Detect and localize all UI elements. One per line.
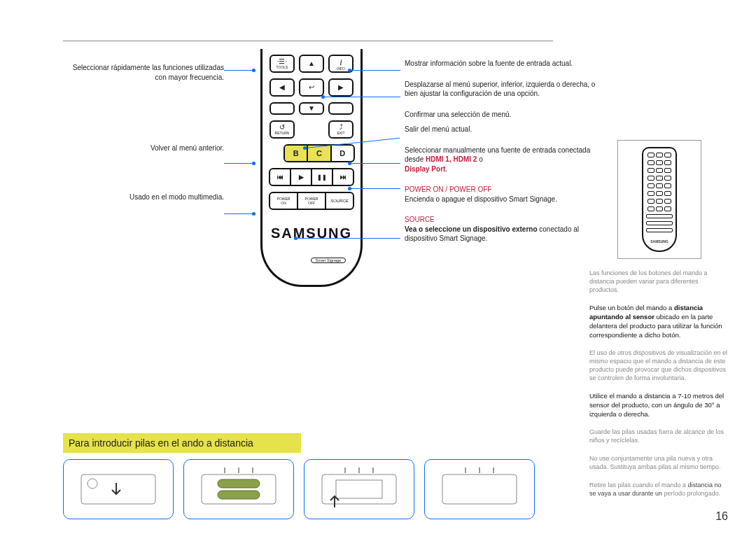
battery-section-title: Para introducir pilas en el ando a dista… [63,433,301,453]
power-on-button: POWER ON [270,193,298,209]
leader-line [350,188,400,189]
return-icon: ↺ [279,124,285,131]
remote-illustration: ·☰·TOOLS ▲ iINFO ◀ ↩ ▶ ▼ ↺RETURN ⤴EXIT B [237,49,384,308]
play-icon: ▶ [299,174,304,181]
enter-icon: ↩ [309,84,314,91]
sidebar-para1: Pulse un botón del mando a distancia apu… [589,304,729,339]
callout-nav: Desplazarse al menú superior, inferior, … [405,80,601,99]
section-rule [63,41,553,41]
mini-samsung-logo: SAMSUNG [650,239,668,244]
samsung-logo: SAMSUNG [262,225,360,241]
sidebar-note1: Las funciones de los botones del mando a… [589,269,729,294]
battery-step4-illustration [427,462,532,517]
sidebar-notes: SAMSUNG Las funciones de los botones del… [589,140,729,508]
remote-body: ·☰·TOOLS ▲ iINFO ◀ ↩ ▶ ▼ ↺RETURN ⤴EXIT B [260,49,363,287]
color-c-button: C [308,146,331,161]
leader-dot [303,146,307,150]
callout-power: POWER ON / POWER OFF Encienda o apague e… [405,185,601,204]
power-off-button: POWER OFF [298,193,326,209]
leader-line [350,238,400,239]
svg-rect-3 [218,479,260,488]
battery-step3-illustration [307,462,412,517]
media-buttons: ⏮ ▶ ❚❚ ⏭ [269,168,354,186]
power-source-row: POWER ON POWER OFF SOURCE [269,192,354,210]
up-button: ▲ [299,55,324,73]
arrow-up-icon: ▲ [308,60,315,67]
callout-confirm: Confirmar una selección de menú. [405,110,601,120]
battery-step2-illustration [186,462,291,517]
svg-point-1 [88,479,97,489]
arrow-right-icon: ▶ [338,84,344,91]
play-button: ▶ [291,169,312,185]
power-heading: POWER ON / POWER OFF [405,185,601,195]
left-callouts: Seleccionar rápidamente las funciones ut… [63,63,231,241]
callout-media: Usado en el modo multimedia. [63,192,224,202]
battery-steps [63,459,535,519]
right-button: ▶ [328,78,354,97]
callout-return: Volver al menú anterior. [63,143,224,153]
svg-rect-4 [218,491,260,499]
document-page: Seleccionar rápidamente las funciones ut… [0,0,756,534]
leader-line [323,97,400,97]
battery-step-2 [183,459,294,519]
battery-step-3 [304,459,414,519]
return-button: ↺RETURN [270,120,295,139]
source-heading: SOURCE [405,215,601,225]
callout-source: SOURCE Vea o seleccione un dispositivo e… [405,215,601,244]
info-icon: i [340,57,342,66]
skip-fwd-icon: ⏭ [340,174,346,181]
callout-exit: Salir del menú actual. [405,125,601,134]
battery-step-4 [424,459,535,519]
spacer [299,120,324,139]
leader-line [350,163,400,164]
leader-dot [348,187,351,190]
leader-dot [348,69,351,72]
down-inline-right [328,102,354,115]
leader-dot [321,95,325,99]
down-button: ▼ [299,102,324,115]
svg-rect-6 [336,480,382,498]
left-button: ◀ [270,78,295,97]
right-callouts: Mostrar información sobre la fuente de e… [405,59,601,255]
pause-icon: ❚❚ [317,174,327,181]
sidebar-para2: Utilice el mando a distancia a 7-10 metr… [589,392,729,419]
sidebar-note5: Retire las pilas cuando el mando a dista… [589,481,729,498]
select-button: ↩ [299,78,324,97]
arrow-down-icon: ▼ [308,105,315,112]
svg-rect-5 [322,475,396,504]
smart-signage-label: Smart Signage [311,258,346,263]
skip-back-icon: ⏮ [277,174,284,181]
sidebar-note4: No use conjuntamente una pila nueva y ot… [589,454,729,471]
source-button: SOURCE [326,193,353,209]
mini-remote: SAMSUNG [642,147,677,252]
skip-fwd-button: ⏭ [333,169,353,185]
exit-icon: ⤴ [340,124,343,131]
svg-rect-7 [442,475,517,504]
pause-button: ❚❚ [312,169,333,185]
callout-tools: Seleccionar rápidamente las funciones ut… [63,63,224,82]
battery-step-1 [63,459,174,519]
exit-button: ⤴EXIT [328,120,354,139]
callout-info: Mostrar información sobre la fuente de e… [405,59,601,69]
tools-icon: ·☰· [277,58,288,65]
sidebar-note3: Guarde las pilas usadas fuera de alcance… [589,428,729,444]
leader-line [296,238,350,239]
down-inline-left [270,102,295,115]
callout-source-select: Seleccionar manualmente una fuente de en… [405,146,601,174]
skip-back-button: ⏮ [270,169,291,185]
tools-button: ·☰·TOOLS [270,55,295,73]
sidebar-note2: El uso de otros dispositivos de visualiz… [589,349,729,383]
leader-line [350,70,400,71]
color-d-button: D [332,146,354,161]
leader-dot [348,162,351,165]
mini-remote-box: SAMSUNG [617,140,701,259]
page-number: 16 [715,510,728,523]
svg-rect-2 [202,475,276,504]
battery-step1-illustration [66,462,171,517]
arrow-left-icon: ◀ [279,84,285,91]
